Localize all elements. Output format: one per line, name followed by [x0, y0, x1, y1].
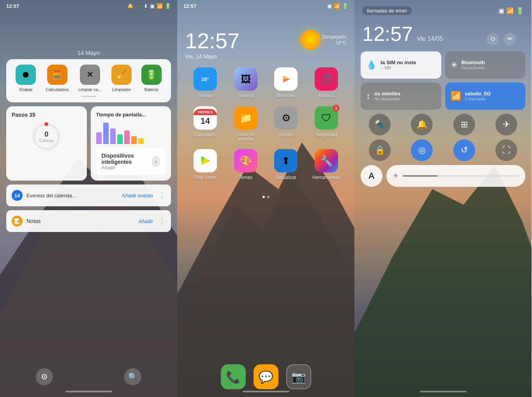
- bar5: [124, 130, 130, 144]
- app-calendario[interactable]: VIERNES 14 Calendario: [190, 106, 221, 141]
- toggle-fullscreen[interactable]: ⛶: [495, 139, 517, 161]
- quick-app-limpiar[interactable]: ✕ Limpiar ca...: [78, 65, 102, 92]
- limpiador-icon: 🧹: [111, 65, 132, 85]
- status-bar-panel2: 12:57 ▣ 📶 🔋: [177, 0, 354, 11]
- emergency-banner: llamadas de emer: [362, 6, 412, 15]
- add-event-button[interactable]: Añadir evento: [122, 193, 153, 198]
- toggle-lock[interactable]: 🔒: [369, 139, 391, 161]
- cc-sim-tile[interactable]: 💧 ta SIM no inste -- MB: [361, 51, 441, 79]
- svg-marker-8: [283, 76, 290, 79]
- brightness-track: [403, 175, 519, 177]
- notification-icon-p1: 🔔: [127, 3, 134, 9]
- calculadora-label: Calculadora: [46, 87, 69, 92]
- app-musica[interactable]: 🎵 Música: [311, 67, 342, 98]
- notes-icon: 📝: [12, 216, 23, 227]
- screen-icon-p3: ▣: [499, 7, 504, 14]
- wifi-icon-p2: 📶: [334, 3, 340, 9]
- gamepad-icon-p1: 🎮: [136, 3, 142, 9]
- calendario-icon: VIERNES 14: [194, 106, 217, 130]
- toggle-flashlight[interactable]: 🔦: [369, 114, 391, 135]
- quick-app-grabar[interactable]: ⏺ Grabar: [16, 65, 36, 92]
- app-galeria[interactable]: 🖼 Galería: [230, 67, 261, 98]
- notes-text: Notas: [26, 218, 41, 224]
- ajustes-icon: ⚙: [274, 106, 298, 130]
- app-mivideo[interactable]: Mi Vídeo: [270, 67, 301, 98]
- calculadora-icon: 🧮: [47, 65, 67, 85]
- brightness-icon: ☀: [393, 172, 399, 180]
- bluetooth-sub: Desactivado: [462, 65, 485, 70]
- smart-subtitle: Añadir: [102, 165, 152, 170]
- quick-app-limpiador[interactable]: 🧹 Limpiador: [111, 65, 132, 92]
- weather-widget: Despejado 18°C: [301, 30, 347, 49]
- screen-time-chart: [96, 121, 166, 144]
- home-time-display: 12:57 Vie, 14 Mayo: [185, 30, 240, 60]
- toggle-airplane[interactable]: ✈: [495, 114, 517, 135]
- toggle-screen-share[interactable]: ⊞: [453, 114, 475, 135]
- smart-devices-arrow[interactable]: ›: [151, 156, 160, 167]
- app-tiempo[interactable]: 18° Tiempo: [190, 67, 221, 98]
- calendar-badge: 14: [12, 190, 23, 201]
- calendar-more-button[interactable]: ⋮: [159, 191, 166, 200]
- calories-value: 0: [39, 130, 54, 139]
- mobile-info: os móviles No disponible: [374, 91, 400, 101]
- toggle-location[interactable]: ◎: [411, 139, 433, 161]
- wifi-icon-p1: 📶: [157, 3, 163, 9]
- toggle-bell[interactable]: 🔔: [411, 114, 433, 135]
- weather-sun-icon: [301, 30, 320, 49]
- mobile-icon: ↕: [366, 91, 370, 101]
- smart-devices-card[interactable]: Dispositivos inteligentes Añadir ›: [96, 148, 166, 175]
- notes-add-button[interactable]: Añadir: [138, 218, 153, 224]
- dock-camera[interactable]: 📷: [286, 364, 311, 389]
- settings-button[interactable]: ⚙: [36, 368, 53, 385]
- home-date: Vie, 14 Mayo: [185, 53, 240, 60]
- svg-marker-10: [354, 166, 532, 397]
- notes-more-button[interactable]: ⋮: [159, 217, 166, 225]
- calendar-actions: Añadir evento ⋮: [122, 191, 166, 200]
- galeria-icon: 🖼: [234, 67, 257, 91]
- musica-label: Música: [319, 93, 334, 98]
- bottom-icons: ⚙ 🔍: [0, 368, 177, 385]
- page-dots: [177, 196, 354, 198]
- quick-app-bateria[interactable]: 🔋 Batería: [141, 65, 162, 92]
- app-ajustes[interactable]: ⚙ Ajustes: [270, 106, 301, 141]
- weather-info: Despejado 18°C: [322, 34, 347, 46]
- dock-messages[interactable]: 💬: [254, 364, 278, 389]
- app-row-1: 18° Tiempo 🖼 Galería Mi Vídeo: [185, 67, 347, 98]
- home-header: 12:57 Vie, 14 Mayo Despejado 18°C: [177, 11, 354, 63]
- dock: 📞 💬 📷: [177, 364, 354, 389]
- temas-icon: 🎨: [234, 149, 257, 172]
- cc-settings-icon[interactable]: ⊙: [486, 33, 499, 45]
- app-herramientas[interactable]: 🔧 Herramientas: [311, 149, 342, 180]
- notes-left: 📝 Notas: [12, 216, 41, 227]
- limpiar-label: Limpiar ca...: [78, 87, 102, 92]
- toggle-rotate[interactable]: ↺: [453, 139, 475, 161]
- calendar-left: 14 Eventos del calenda...: [12, 190, 76, 201]
- search-button[interactable]: 🔍: [124, 368, 141, 385]
- tiempo-icon: 18°: [194, 67, 217, 91]
- cc-bluetooth-tile[interactable]: ✳ Bluetooth Desactivado: [445, 51, 526, 79]
- app-temas[interactable]: 🎨 Temas: [230, 149, 261, 180]
- cc-action-icons: ⊙ ✏: [479, 31, 524, 47]
- calories-label: Calorías: [39, 139, 54, 143]
- smart-devices-inner: Dispositivos inteligentes Añadir ›: [102, 153, 160, 170]
- brightness-slider[interactable]: ☀: [386, 165, 525, 187]
- dock-phone[interactable]: 📞: [221, 364, 246, 389]
- sim-info: ta SIM no inste -- MB: [381, 60, 416, 70]
- bar2: [103, 123, 109, 144]
- cc-wifi-tile[interactable]: 📶 saludo_5G Conectado: [445, 83, 526, 110]
- bar3: [110, 128, 116, 144]
- cc-edit-icon[interactable]: ✏: [504, 33, 516, 45]
- steps-title: Pasos 35: [12, 112, 81, 118]
- app-playstore[interactable]: Play Store: [190, 149, 221, 180]
- status-icons-p1: 🔔 🎮 ⬇ ▣ 📶 🔋: [127, 3, 171, 9]
- screen-cast-icon-p2: ▣: [327, 3, 332, 9]
- quick-app-calculadora[interactable]: 🧮 Calculadora: [46, 65, 69, 92]
- smart-devices-info: Dispositivos inteligentes Añadir: [102, 153, 152, 170]
- font-size-button[interactable]: A: [361, 165, 382, 187]
- status-icons-p2: ▣ 📶 🔋: [327, 3, 348, 9]
- app-archivos[interactable]: 📁 Gestor de archivos: [230, 106, 261, 141]
- temas-label: Temas: [239, 175, 252, 180]
- cc-mobile-tile[interactable]: ↕ os móviles No disponible: [361, 83, 441, 110]
- app-seguridad[interactable]: 🛡 1 Seguridad: [311, 106, 342, 141]
- app-actualizar[interactable]: ⬆ Actualizar: [270, 149, 301, 180]
